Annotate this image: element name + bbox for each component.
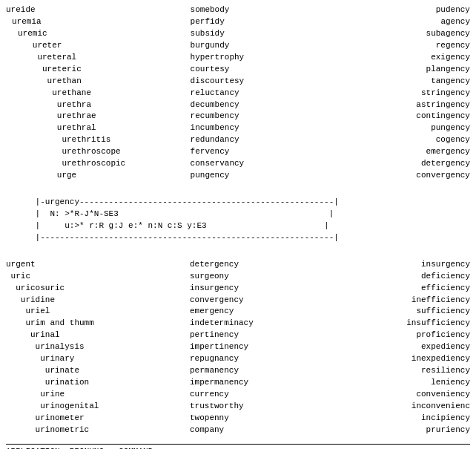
list-item: pudency	[436, 4, 470, 16]
right-column-top: pudency agency subagency regency exigenc…	[374, 4, 470, 182]
list-item: urgent	[6, 259, 36, 271]
list-item: impermanency	[190, 377, 248, 389]
list-item: insurgency	[190, 283, 239, 295]
list-item: urethroscope	[6, 146, 121, 158]
list-item: stringency	[421, 88, 470, 99]
list-item: urethane	[6, 88, 91, 99]
list-item: subsidy	[191, 28, 225, 40]
list-item: surgeony	[190, 271, 229, 283]
list-item: urinate	[6, 365, 79, 377]
list-item: currency	[190, 389, 229, 401]
list-item: perfidy	[191, 16, 225, 28]
list-item: pertinency	[190, 330, 239, 341]
list-item: somebody	[191, 4, 230, 16]
content-area: ureide uremia uremic ureter ureteral ure…	[6, 4, 470, 449]
status-bar: APPLICATION: PRONUNC COMMAND: DIM1: PRON…	[6, 444, 470, 449]
list-item: pungency	[431, 122, 470, 134]
top-columns: ureide uremia uremic ureter ureteral ure…	[6, 4, 470, 182]
list-item: detergency	[190, 259, 239, 271]
list-item: conservancy	[191, 158, 245, 170]
list-item: uremic	[6, 28, 47, 40]
list-item: agency	[440, 16, 470, 28]
list-item: urine	[6, 389, 65, 401]
list-item: efficiency	[421, 283, 470, 295]
right-column-bottom: insurgency deficiency efficiency ineffic…	[374, 259, 470, 436]
list-item: leniency	[431, 377, 470, 389]
list-item: incumbency	[191, 122, 239, 134]
list-item: pungency	[191, 170, 230, 182]
list-item: urethrae	[6, 111, 96, 122]
list-item: subagency	[426, 28, 470, 40]
list-item: ureter	[6, 40, 62, 52]
list-item: decumbency	[191, 99, 239, 111]
list-item: redundancy	[191, 134, 239, 146]
list-item: discourtesy	[191, 76, 245, 88]
list-item: urinometer	[6, 413, 85, 425]
list-item: urethroscopic	[6, 158, 125, 170]
list-item: uriel	[6, 306, 50, 318]
list-item: urinalysis	[6, 341, 85, 353]
list-item: recumbency	[191, 111, 239, 122]
box-bottom-border: |---------------------------------------…	[6, 233, 339, 242]
main-screen: ureide uremia uremic ureter ureteral ure…	[0, 0, 476, 449]
list-item: deficiency	[421, 271, 470, 283]
list-item: astringency	[416, 99, 470, 111]
list-item: urge	[6, 170, 76, 182]
list-item: expediency	[421, 341, 470, 353]
list-item: convergency	[190, 295, 244, 307]
list-item: sufficiency	[416, 306, 470, 318]
list-item: uricosuric	[6, 283, 65, 295]
list-item: pruriency	[426, 425, 470, 436]
list-item: urethan	[6, 76, 82, 88]
highlight-box: |-urgency-------------------------------…	[6, 185, 470, 256]
list-item: regency	[436, 40, 470, 52]
list-item: plangency	[426, 64, 470, 76]
box-top-border: |-urgency-------------------------------…	[6, 197, 339, 206]
list-item: urinary	[6, 353, 74, 365]
list-item: conveniency	[416, 389, 470, 401]
list-item: exigency	[431, 52, 470, 64]
list-item: urinal	[6, 330, 60, 341]
box-line2: | u:>* r:R g:J e:* n:N c:S y:E3 |	[6, 221, 329, 230]
list-item: cogency	[436, 134, 470, 146]
list-item: insurgency	[421, 259, 470, 271]
list-item: inefficiency	[411, 295, 470, 307]
list-item: urim and thumm	[6, 318, 94, 330]
list-item: detergency	[421, 158, 470, 170]
list-item: ureide	[6, 4, 36, 16]
list-item: uric	[6, 271, 30, 283]
list-item: uridine	[6, 295, 55, 307]
list-item: impertinency	[190, 341, 248, 353]
box-line1: | N: >*R-J*N-SE3 |	[6, 209, 334, 218]
list-item: incipiency	[421, 413, 470, 425]
list-item: repugnancy	[190, 353, 239, 365]
list-item: reluctancy	[191, 88, 239, 99]
bottom-columns: urgent uric uricosuric uridine uriel uri…	[6, 259, 470, 436]
list-item: twopenny	[190, 413, 229, 425]
list-item: ureteric	[6, 64, 82, 76]
left-column-top: ureide uremia uremic ureter ureteral ure…	[6, 4, 125, 182]
list-item: uremia	[6, 16, 42, 28]
list-item: emergency	[190, 306, 234, 318]
mid-column-bottom: detergency surgeony insurgency convergen…	[190, 259, 308, 436]
list-item: permanency	[190, 365, 239, 377]
list-item: urination	[6, 377, 89, 389]
list-item: resiliency	[421, 365, 470, 377]
list-item: fervency	[191, 146, 230, 158]
list-item: inconvenienc	[411, 401, 470, 413]
list-item: emergency	[426, 146, 470, 158]
list-item: company	[190, 425, 224, 436]
list-item: convergency	[416, 170, 470, 182]
list-item: urethral	[6, 122, 96, 134]
list-item: hypertrophy	[191, 52, 245, 64]
list-item: ureteral	[6, 52, 76, 64]
list-item: urinometric	[6, 425, 89, 436]
list-item: tangency	[431, 76, 470, 88]
mid-column-top: somebody perfidy subsidy burgundy hypert…	[191, 4, 309, 182]
list-item: urinogenital	[6, 401, 99, 413]
list-item: burgundy	[191, 40, 230, 52]
list-item: proficiency	[416, 330, 470, 341]
list-item: urethra	[6, 99, 91, 111]
list-item: inexpediency	[411, 353, 470, 365]
list-item: contingency	[416, 111, 470, 122]
